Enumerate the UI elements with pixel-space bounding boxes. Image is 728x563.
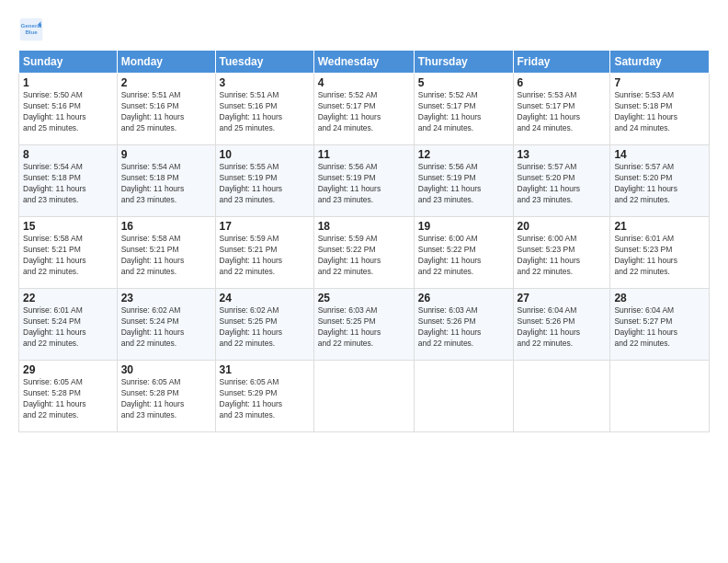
calendar-cell: [513, 361, 610, 432]
calendar-cell: 24Sunrise: 6:02 AM Sunset: 5:25 PM Dayli…: [215, 289, 313, 361]
day-number: 31: [220, 363, 310, 376]
day-info: Sunrise: 6:01 AM Sunset: 5:23 PM Dayligh…: [614, 234, 705, 278]
day-number: 18: [318, 220, 410, 233]
day-info: Sunrise: 5:51 AM Sunset: 5:16 PM Dayligh…: [220, 90, 310, 134]
day-number: 2: [121, 76, 211, 89]
day-info: Sunrise: 6:05 AM Sunset: 5:29 PM Dayligh…: [220, 377, 310, 421]
day-number: 13: [518, 148, 607, 161]
day-info: Sunrise: 5:50 AM Sunset: 5:16 PM Dayligh…: [23, 90, 113, 134]
calendar-cell: 21Sunrise: 6:01 AM Sunset: 5:23 PM Dayli…: [610, 217, 710, 289]
day-info: Sunrise: 6:00 AM Sunset: 5:23 PM Dayligh…: [518, 234, 607, 278]
calendar-cell: 10Sunrise: 5:55 AM Sunset: 5:19 PM Dayli…: [215, 145, 313, 217]
col-thursday: Thursday: [414, 51, 513, 74]
day-number: 7: [614, 76, 705, 89]
day-number: 24: [220, 292, 310, 304]
col-friday: Friday: [513, 51, 610, 74]
calendar-cell: [414, 361, 513, 432]
calendar-cell: 28Sunrise: 6:04 AM Sunset: 5:27 PM Dayli…: [610, 289, 710, 361]
day-info: Sunrise: 6:05 AM Sunset: 5:28 PM Dayligh…: [121, 377, 211, 421]
calendar-cell: 31Sunrise: 6:05 AM Sunset: 5:29 PM Dayli…: [215, 361, 313, 432]
day-number: 5: [418, 76, 509, 89]
day-info: Sunrise: 5:59 AM Sunset: 5:22 PM Dayligh…: [318, 234, 410, 278]
calendar-week-4: 22Sunrise: 6:01 AM Sunset: 5:24 PM Dayli…: [19, 289, 710, 361]
calendar-cell: 25Sunrise: 6:03 AM Sunset: 5:25 PM Dayli…: [313, 289, 414, 361]
day-number: 21: [614, 220, 705, 233]
day-number: 4: [318, 76, 410, 89]
day-info: Sunrise: 5:54 AM Sunset: 5:18 PM Dayligh…: [121, 162, 211, 206]
calendar-cell: 8Sunrise: 5:54 AM Sunset: 5:18 PM Daylig…: [19, 145, 118, 217]
calendar-cell: 9Sunrise: 5:54 AM Sunset: 5:18 PM Daylig…: [117, 145, 215, 217]
calendar-cell: [313, 361, 414, 432]
calendar-cell: 16Sunrise: 5:58 AM Sunset: 5:21 PM Dayli…: [117, 217, 215, 289]
calendar-cell: 6Sunrise: 5:53 AM Sunset: 5:17 PM Daylig…: [513, 74, 610, 145]
calendar-cell: 14Sunrise: 5:57 AM Sunset: 5:20 PM Dayli…: [610, 145, 710, 217]
day-info: Sunrise: 6:04 AM Sunset: 5:26 PM Dayligh…: [518, 305, 607, 350]
calendar-cell: 29Sunrise: 6:05 AM Sunset: 5:28 PM Dayli…: [19, 361, 118, 432]
calendar-cell: [610, 361, 710, 432]
day-info: Sunrise: 5:56 AM Sunset: 5:19 PM Dayligh…: [418, 162, 509, 206]
col-monday: Monday: [117, 51, 215, 74]
day-info: Sunrise: 6:02 AM Sunset: 5:24 PM Dayligh…: [121, 305, 211, 350]
day-number: 16: [121, 220, 211, 233]
calendar-cell: 30Sunrise: 6:05 AM Sunset: 5:28 PM Dayli…: [117, 361, 215, 432]
calendar-cell: 23Sunrise: 6:02 AM Sunset: 5:24 PM Dayli…: [117, 289, 215, 361]
calendar-cell: 19Sunrise: 6:00 AM Sunset: 5:22 PM Dayli…: [414, 217, 513, 289]
calendar-cell: 27Sunrise: 6:04 AM Sunset: 5:26 PM Dayli…: [513, 289, 610, 361]
day-number: 20: [518, 220, 607, 233]
day-info: Sunrise: 6:01 AM Sunset: 5:24 PM Dayligh…: [23, 305, 113, 350]
day-info: Sunrise: 5:52 AM Sunset: 5:17 PM Dayligh…: [318, 90, 410, 134]
col-saturday: Saturday: [610, 51, 710, 74]
col-sunday: Sunday: [19, 51, 118, 74]
calendar-cell: 13Sunrise: 5:57 AM Sunset: 5:20 PM Dayli…: [513, 145, 610, 217]
day-info: Sunrise: 5:57 AM Sunset: 5:20 PM Dayligh…: [518, 162, 607, 206]
day-number: 10: [220, 148, 310, 161]
day-info: Sunrise: 5:58 AM Sunset: 5:21 PM Dayligh…: [121, 234, 211, 278]
day-number: 29: [23, 363, 113, 376]
calendar-cell: 2Sunrise: 5:51 AM Sunset: 5:16 PM Daylig…: [117, 74, 215, 145]
day-info: Sunrise: 5:51 AM Sunset: 5:16 PM Dayligh…: [121, 90, 211, 134]
day-number: 22: [23, 292, 113, 304]
day-number: 30: [121, 363, 211, 376]
calendar-week-2: 8Sunrise: 5:54 AM Sunset: 5:18 PM Daylig…: [19, 145, 710, 217]
day-number: 3: [220, 76, 310, 89]
calendar-cell: 1Sunrise: 5:50 AM Sunset: 5:16 PM Daylig…: [19, 74, 118, 145]
calendar-week-3: 15Sunrise: 5:58 AM Sunset: 5:21 PM Dayli…: [19, 217, 710, 289]
header: General Blue: [18, 17, 710, 42]
logo-icon: General Blue: [18, 17, 44, 42]
header-row: Sunday Monday Tuesday Wednesday Thursday…: [19, 51, 710, 74]
day-number: 9: [121, 148, 211, 161]
day-number: 15: [23, 220, 113, 233]
day-info: Sunrise: 6:00 AM Sunset: 5:22 PM Dayligh…: [418, 234, 509, 278]
day-number: 27: [518, 292, 607, 304]
col-wednesday: Wednesday: [313, 51, 414, 74]
calendar-table: Sunday Monday Tuesday Wednesday Thursday…: [18, 50, 710, 432]
page: General Blue Sunday Monday Tuesday Wedne…: [0, 0, 728, 442]
day-number: 8: [23, 148, 113, 161]
calendar-cell: 7Sunrise: 5:53 AM Sunset: 5:18 PM Daylig…: [610, 74, 710, 145]
day-number: 26: [418, 292, 509, 304]
day-number: 1: [23, 76, 113, 89]
calendar-week-5: 29Sunrise: 6:05 AM Sunset: 5:28 PM Dayli…: [19, 361, 710, 432]
day-info: Sunrise: 5:59 AM Sunset: 5:21 PM Dayligh…: [220, 234, 310, 278]
day-info: Sunrise: 6:04 AM Sunset: 5:27 PM Dayligh…: [614, 305, 705, 350]
day-number: 17: [220, 220, 310, 233]
calendar-cell: 3Sunrise: 5:51 AM Sunset: 5:16 PM Daylig…: [215, 74, 313, 145]
calendar-cell: 17Sunrise: 5:59 AM Sunset: 5:21 PM Dayli…: [215, 217, 313, 289]
calendar-cell: 11Sunrise: 5:56 AM Sunset: 5:19 PM Dayli…: [313, 145, 414, 217]
logo: General Blue: [18, 17, 48, 42]
day-info: Sunrise: 5:58 AM Sunset: 5:21 PM Dayligh…: [23, 234, 113, 278]
day-number: 14: [614, 148, 705, 161]
calendar-cell: 26Sunrise: 6:03 AM Sunset: 5:26 PM Dayli…: [414, 289, 513, 361]
calendar-cell: 4Sunrise: 5:52 AM Sunset: 5:17 PM Daylig…: [313, 74, 414, 145]
col-tuesday: Tuesday: [215, 51, 313, 74]
day-number: 23: [121, 292, 211, 304]
calendar-week-1: 1Sunrise: 5:50 AM Sunset: 5:16 PM Daylig…: [19, 74, 710, 145]
day-number: 25: [318, 292, 410, 304]
day-info: Sunrise: 5:53 AM Sunset: 5:18 PM Dayligh…: [614, 90, 705, 134]
day-info: Sunrise: 6:03 AM Sunset: 5:25 PM Dayligh…: [318, 305, 410, 350]
day-info: Sunrise: 5:56 AM Sunset: 5:19 PM Dayligh…: [318, 162, 410, 206]
calendar-cell: 18Sunrise: 5:59 AM Sunset: 5:22 PM Dayli…: [313, 217, 414, 289]
day-info: Sunrise: 5:54 AM Sunset: 5:18 PM Dayligh…: [23, 162, 113, 206]
day-info: Sunrise: 6:05 AM Sunset: 5:28 PM Dayligh…: [23, 377, 113, 421]
calendar-cell: 20Sunrise: 6:00 AM Sunset: 5:23 PM Dayli…: [513, 217, 610, 289]
